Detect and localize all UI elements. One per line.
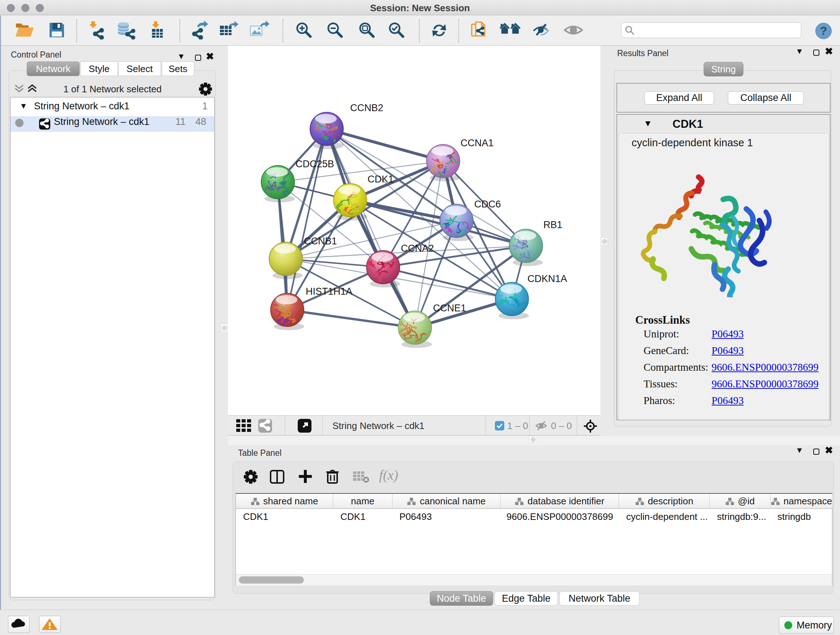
svg-text:CCNB2: CCNB2	[350, 103, 384, 113]
svg-text:CCNE1: CCNE1	[433, 302, 466, 314]
svg-text:CCNA1: CCNA1	[461, 138, 494, 149]
svg-text:CDKN1A: CDKN1A	[527, 273, 567, 284]
svg-text:CCNB1: CCNB1	[304, 236, 337, 247]
svg-text:HIST1H1A: HIST1H1A	[306, 286, 352, 297]
svg-text:CDC6: CDC6	[474, 199, 501, 210]
svg-text:CDC25B: CDC25B	[295, 158, 334, 169]
svg-text:CDK1: CDK1	[368, 174, 393, 185]
svg-text:RB1: RB1	[543, 219, 562, 230]
svg-text:CCNA2: CCNA2	[401, 243, 434, 254]
